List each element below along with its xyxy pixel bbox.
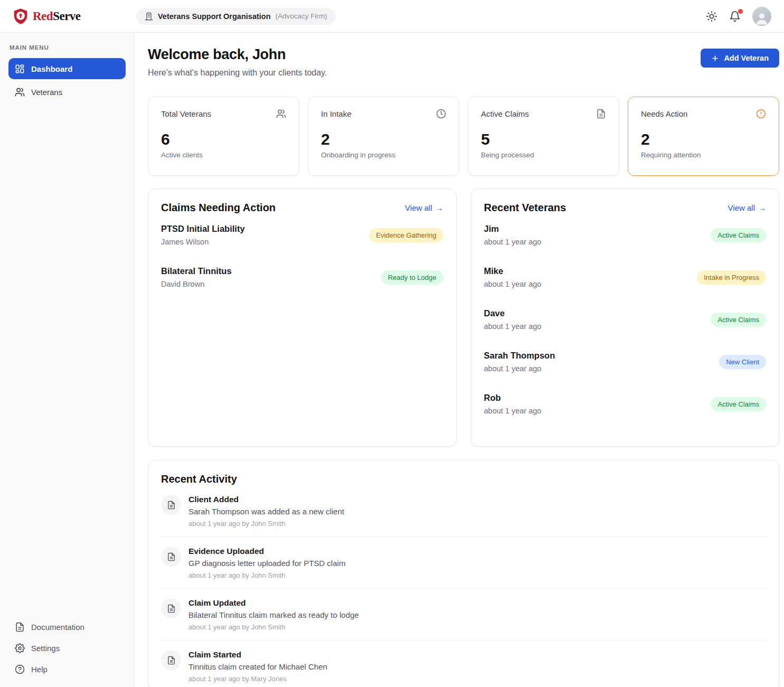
- veterans-view-all-link[interactable]: View all→: [728, 203, 766, 212]
- stat-card-total-veterans: Total Veterans 6 Active clients: [148, 97, 299, 176]
- sidebar-item-help[interactable]: Help: [8, 658, 126, 680]
- veteran-name: Mike: [484, 266, 542, 276]
- activity-item: Client Added Sarah Thompson was added as…: [161, 485, 766, 537]
- status-badge: Evidence Gathering: [369, 228, 443, 242]
- add-veteran-button[interactable]: Add Veteran: [701, 49, 779, 68]
- document-icon: [15, 622, 25, 632]
- sidebar-item-veterans[interactable]: Veterans: [8, 81, 126, 102]
- stat-value: 6: [161, 130, 286, 148]
- activity-description: GP diagnosis letter uploaded for PTSD cl…: [188, 559, 345, 568]
- stat-card-needs-action: Needs Action 2 Requiring attention: [628, 97, 779, 176]
- veteran-row[interactable]: Rob about 1 year ago Active Claims: [484, 383, 767, 425]
- activity-document-icon: [161, 598, 181, 618]
- claim-person: James Wilson: [161, 238, 245, 246]
- veteran-time: about 1 year ago: [484, 322, 542, 331]
- stat-subtitle: Active clients: [161, 151, 286, 159]
- users-icon: [15, 87, 25, 97]
- veteran-name: Rob: [484, 393, 542, 403]
- activity-item: Claim Started Tinnitus claim created for…: [161, 641, 766, 687]
- activity-title: Claim Updated: [188, 598, 359, 608]
- claims-view-all-link[interactable]: View all→: [405, 203, 443, 212]
- document-icon: [596, 109, 606, 119]
- stat-title: Active Claims: [481, 109, 529, 118]
- panel-title: Claims Needing Action: [161, 202, 276, 214]
- stat-title: Needs Action: [641, 109, 687, 118]
- veteran-name: Sarah Thompson: [484, 351, 555, 361]
- sidebar-item-label: Dashboard: [31, 64, 72, 73]
- status-badge: Ready to Lodge: [381, 270, 443, 285]
- stat-title: Total Veterans: [161, 109, 211, 118]
- arrow-right-icon: →: [758, 203, 766, 212]
- veteran-row[interactable]: Dave about 1 year ago Active Claims: [484, 298, 767, 341]
- stat-title: In Intake: [321, 109, 352, 118]
- veteran-time: about 1 year ago: [484, 238, 542, 246]
- dashboard-grid-icon: [15, 64, 25, 74]
- app-header: RedServe Veterans Support Organisation (…: [0, 0, 784, 33]
- activity-document-icon: [161, 650, 181, 670]
- stat-card-in-intake: In Intake 2 Onboarding in progress: [308, 97, 459, 176]
- sidebar-item-label: Settings: [31, 644, 60, 653]
- panel-title: Recent Veterans: [484, 202, 566, 214]
- notifications-button[interactable]: [729, 11, 741, 22]
- shield-logo-icon: [13, 8, 29, 25]
- status-badge: New Client: [719, 355, 766, 369]
- sidebar-item-dashboard[interactable]: Dashboard: [8, 58, 126, 79]
- activity-meta: about 1 year ago by Mary Jones: [188, 675, 327, 683]
- claims-needing-action-panel: Claims Needing Action View all→ PTSD Ini…: [148, 189, 457, 447]
- stat-subtitle: Onboarding in progress: [321, 151, 446, 159]
- sidebar-footer: Documentation Settings Help: [8, 616, 126, 682]
- brand-name: RedServe: [33, 10, 81, 23]
- sidebar-item-documentation[interactable]: Documentation: [8, 616, 126, 637]
- veteran-row[interactable]: Sarah Thompson about 1 year ago New Clie…: [484, 341, 767, 383]
- status-badge: Active Claims: [711, 313, 766, 327]
- veteran-name: Dave: [484, 308, 542, 318]
- activity-title: Claim Started: [188, 650, 327, 660]
- activity-document-icon: [161, 495, 181, 515]
- sidebar-item-label: Documentation: [31, 623, 84, 632]
- sidebar-item-label: Veterans: [31, 88, 62, 97]
- sidebar-item-label: Help: [31, 665, 48, 674]
- users-icon: [276, 109, 286, 119]
- stat-value: 2: [641, 130, 766, 148]
- activity-description: Sarah Thompson was added as a new client: [188, 507, 344, 516]
- status-badge: Intake in Progress: [697, 270, 766, 285]
- activity-item: Evidence Uploaded GP diagnosis letter up…: [161, 537, 766, 589]
- activity-meta: about 1 year ago by John Smith: [188, 623, 359, 631]
- recent-veterans-panel: Recent Veterans View all→ Jim about 1 ye…: [471, 189, 780, 447]
- notification-dot: [738, 9, 743, 14]
- help-circle-icon: [15, 664, 25, 674]
- veteran-time: about 1 year ago: [484, 280, 542, 288]
- veteran-row[interactable]: Mike about 1 year ago Intake in Progress: [484, 256, 767, 298]
- sidebar-item-settings[interactable]: Settings: [8, 637, 126, 658]
- claim-person: David Brown: [161, 280, 232, 288]
- organisation-type: (Advocacy Firm): [276, 12, 327, 20]
- claim-title: PTSD Initial Liability: [161, 224, 245, 234]
- building-icon: [145, 12, 153, 21]
- brand-logo: RedServe: [13, 8, 127, 25]
- activity-document-icon: [161, 547, 181, 567]
- stat-value: 5: [481, 130, 606, 148]
- status-badge: Active Claims: [711, 397, 766, 411]
- theme-toggle-sun-icon[interactable]: [706, 11, 717, 22]
- stats-row: Total Veterans 6 Active clients In Intak…: [148, 97, 779, 176]
- person-icon: [754, 10, 770, 26]
- sidebar-section-label: MAIN MENU: [10, 44, 126, 51]
- claim-row[interactable]: Bilateral Tinnitus David Brown Ready to …: [161, 256, 443, 298]
- activity-item: Claim Updated Bilateral Tinnitus claim m…: [161, 589, 766, 641]
- claim-row[interactable]: PTSD Initial Liability James Wilson Evid…: [161, 214, 443, 256]
- stat-subtitle: Being processed: [481, 151, 606, 159]
- stat-value: 2: [321, 130, 446, 148]
- user-avatar[interactable]: [752, 7, 771, 26]
- page-title: Welcome back, John: [148, 46, 327, 63]
- gear-icon: [15, 643, 25, 653]
- veteran-row[interactable]: Jim about 1 year ago Active Claims: [484, 214, 767, 256]
- plus-icon: [711, 54, 719, 62]
- activity-title: Evidence Uploaded: [188, 547, 345, 556]
- organisation-switcher[interactable]: Veterans Support Organisation (Advocacy …: [136, 8, 336, 25]
- clock-icon: [436, 109, 446, 119]
- activity-description: Bilateral Tinnitus claim marked as ready…: [188, 610, 359, 619]
- page-subtitle: Here's what's happening with your client…: [148, 68, 327, 78]
- stat-card-active-claims: Active Claims 5 Being processed: [468, 97, 619, 176]
- sidebar: MAIN MENU Dashboard Veterans Documentati…: [0, 33, 135, 687]
- main-content: Welcome back, John Here's what's happeni…: [135, 33, 784, 687]
